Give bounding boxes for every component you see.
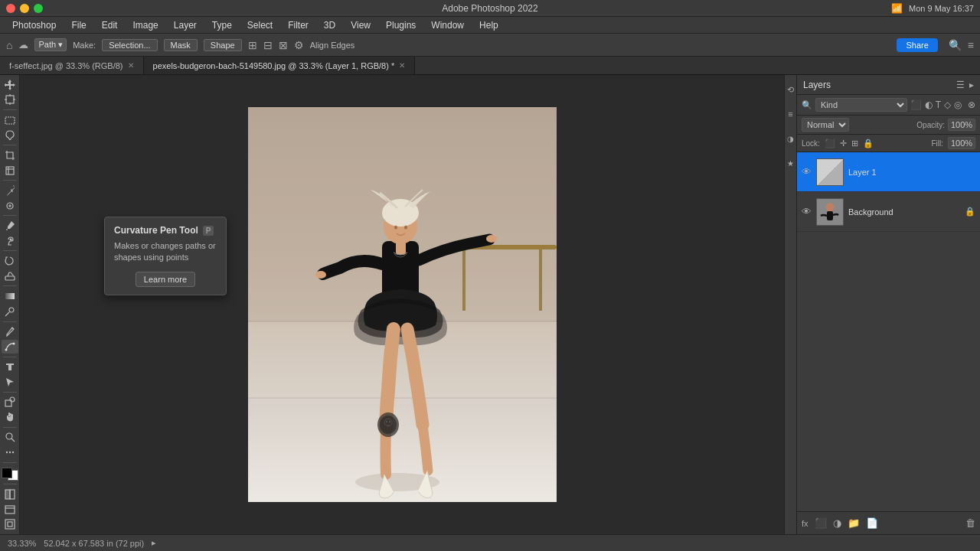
mask-button[interactable]: Mask bbox=[164, 39, 198, 51]
filter-toggle-icon[interactable]: ⊗ bbox=[968, 99, 975, 110]
zoom-tool[interactable] bbox=[2, 430, 18, 444]
menu-image[interactable]: Image bbox=[126, 18, 164, 32]
shape-button[interactable]: Shape bbox=[204, 39, 242, 51]
tab-pexels[interactable]: pexels-budgeron-bach-5149580.jpg @ 33.3%… bbox=[144, 57, 416, 74]
layers-menu-icon[interactable]: ☰ bbox=[956, 80, 965, 90]
new-layer-icon[interactable]: 📄 bbox=[866, 517, 878, 529]
status-bar: 33.33% 52.042 x 67.583 in (72 ppi) ▸ bbox=[0, 534, 980, 551]
cloud-icon[interactable]: ☁ bbox=[18, 39, 28, 51]
color-swatches[interactable] bbox=[2, 468, 18, 481]
layer-item-layer1[interactable]: 👁 Layer 1 bbox=[797, 152, 980, 192]
opt-icon1[interactable]: ⊞ bbox=[248, 39, 257, 51]
minimize-button[interactable] bbox=[20, 4, 29, 13]
menu-filter[interactable]: Filter bbox=[282, 18, 315, 32]
clone-stamp-tool[interactable] bbox=[2, 234, 18, 248]
brush-tool[interactable] bbox=[2, 219, 18, 233]
learn-more-button[interactable]: Learn more bbox=[136, 272, 195, 287]
crop-tool[interactable] bbox=[2, 148, 18, 162]
lock-artboards-icon[interactable]: ⊞ bbox=[851, 139, 858, 148]
lock-all-icon[interactable]: 🔒 bbox=[863, 139, 874, 148]
path-select-tool[interactable] bbox=[2, 375, 18, 389]
layer-item-background[interactable]: 👁 Background 🔒 bbox=[797, 192, 980, 232]
gradient-tool[interactable] bbox=[2, 289, 18, 303]
spot-heal-tool[interactable] bbox=[2, 199, 18, 213]
menu-3d[interactable]: 3D bbox=[318, 18, 341, 32]
menu-view[interactable]: View bbox=[345, 18, 377, 32]
svg-rect-24 bbox=[5, 490, 10, 499]
menu-edit[interactable]: Edit bbox=[96, 18, 124, 32]
menu-window[interactable]: Window bbox=[425, 18, 470, 32]
search-icon[interactable]: 🔍 bbox=[949, 39, 962, 51]
pixel-filter-icon[interactable]: ⬛ bbox=[910, 99, 922, 110]
svg-point-13 bbox=[9, 308, 14, 312]
svg-point-14 bbox=[11, 328, 13, 329]
extra2-tool[interactable] bbox=[2, 517, 18, 531]
share-button[interactable]: Share bbox=[897, 38, 937, 52]
marquee-rect-tool[interactable] bbox=[2, 113, 18, 127]
menu-type[interactable]: Type bbox=[206, 18, 238, 32]
quick-mask-tool[interactable] bbox=[2, 487, 18, 501]
close-button[interactable] bbox=[6, 4, 15, 13]
layer1-visibility-icon[interactable]: 👁 bbox=[802, 166, 812, 178]
background-name: Background bbox=[848, 207, 960, 217]
move-tool[interactable] bbox=[2, 78, 18, 92]
layer-fx-icon[interactable]: fx bbox=[802, 519, 808, 528]
lock-pixels-icon[interactable]: ⬛ bbox=[825, 139, 835, 148]
background-visibility-icon[interactable]: 👁 bbox=[802, 206, 812, 217]
opt-icon4[interactable]: ⚙ bbox=[294, 39, 304, 51]
tooltip-title: Curvature Pen Tool P bbox=[114, 225, 217, 236]
tab-fseffect[interactable]: f-seffect.jpg @ 33.3% (RGB/8) ✕ bbox=[0, 57, 144, 74]
dodge-tool[interactable] bbox=[2, 305, 18, 318]
layers-kind-select[interactable]: Kind bbox=[815, 98, 907, 112]
panels-icon[interactable]: ≡ bbox=[968, 39, 974, 51]
type-filter-icon[interactable]: T bbox=[936, 99, 941, 110]
shape-tool[interactable] bbox=[2, 395, 18, 409]
expand-status-icon[interactable]: ▸ bbox=[152, 538, 156, 548]
home-icon[interactable]: ⌂ bbox=[6, 39, 12, 51]
fill-input[interactable] bbox=[948, 137, 975, 149]
smart-filter-icon[interactable]: ◎ bbox=[954, 99, 962, 110]
menu-layer[interactable]: Layer bbox=[168, 18, 203, 32]
maximize-button[interactable] bbox=[34, 4, 43, 13]
menu-plugins[interactable]: Plugins bbox=[380, 18, 422, 32]
screen-mode-tool[interactable] bbox=[2, 503, 18, 517]
lock-position-icon[interactable]: ✛ bbox=[840, 139, 847, 148]
blend-mode-select[interactable]: Normal bbox=[802, 118, 849, 132]
canvas-area[interactable]: Curvature Pen Tool P Makes or changes pa… bbox=[20, 75, 784, 534]
layers-panel-header: Layers ☰ ▸ bbox=[797, 75, 980, 95]
make-selection-button[interactable]: Selection... bbox=[102, 39, 157, 51]
tool-mode-select[interactable]: Path ▾ bbox=[34, 38, 67, 51]
options-bar: ⌂ ☁ Path ▾ Make: Selection... Mask Shape… bbox=[0, 34, 980, 57]
pen-tool[interactable] bbox=[2, 324, 18, 338]
svg-point-45 bbox=[315, 271, 326, 279]
history-brush-tool[interactable] bbox=[2, 254, 18, 268]
opacity-input[interactable] bbox=[948, 119, 975, 131]
layer-adjustment-icon[interactable]: ◑ bbox=[833, 517, 841, 529]
layer-group-icon[interactable]: 📁 bbox=[848, 517, 860, 529]
extra-tool[interactable] bbox=[2, 445, 18, 459]
tab-fseffect-close[interactable]: ✕ bbox=[128, 61, 134, 70]
hand-tool[interactable] bbox=[2, 410, 18, 424]
svg-point-18 bbox=[10, 397, 15, 402]
frame-tool[interactable] bbox=[2, 164, 18, 178]
layers-collapse-icon[interactable]: ▸ bbox=[969, 80, 974, 90]
eraser-tool[interactable] bbox=[2, 269, 18, 283]
adjustment-filter-icon[interactable]: ◐ bbox=[925, 99, 933, 110]
opt-icon2[interactable]: ⊟ bbox=[263, 39, 273, 51]
artboard-tool[interactable] bbox=[2, 93, 18, 107]
menu-help[interactable]: Help bbox=[473, 18, 505, 32]
lasso-tool[interactable] bbox=[2, 129, 18, 142]
tab-pexels-close[interactable]: ✕ bbox=[399, 61, 405, 70]
opt-icon3[interactable]: ⊠ bbox=[279, 39, 288, 51]
eyedropper-tool[interactable] bbox=[2, 184, 18, 197]
main-layout: Curvature Pen Tool P Makes or changes pa… bbox=[0, 75, 980, 534]
menu-photoshop[interactable]: Photoshop bbox=[6, 18, 62, 32]
shape-filter-icon[interactable]: ◇ bbox=[944, 99, 951, 110]
curvature-pen-tool[interactable] bbox=[2, 340, 18, 354]
menu-select[interactable]: Select bbox=[241, 18, 279, 32]
text-tool[interactable] bbox=[2, 360, 18, 373]
svg-rect-12 bbox=[5, 293, 15, 299]
delete-layer-icon[interactable]: 🗑 bbox=[965, 517, 975, 529]
menu-file[interactable]: File bbox=[65, 18, 92, 32]
layer-mask-icon[interactable]: ⬛ bbox=[815, 517, 827, 529]
